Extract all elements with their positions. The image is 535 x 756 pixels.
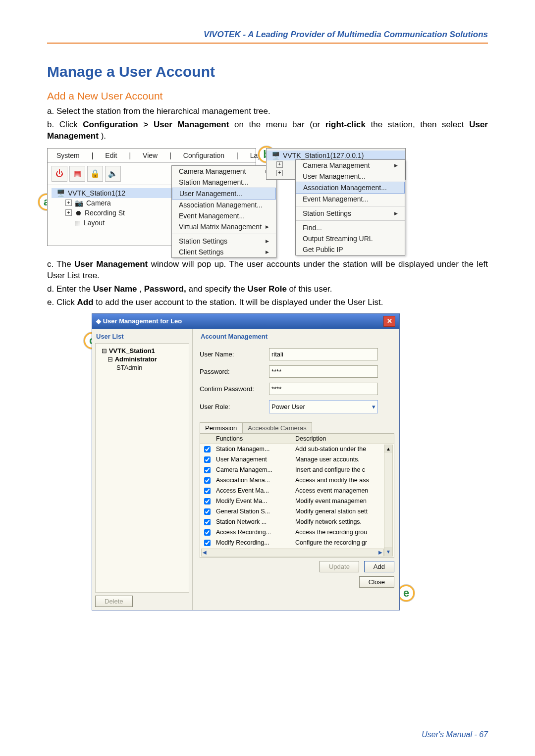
- permission-description: Add sub-station under the: [295, 446, 392, 453]
- permission-description: Modify network settings.: [295, 518, 392, 525]
- schedule-icon[interactable]: ▦: [69, 166, 85, 182]
- ctx-get-public-ip[interactable]: Get Public IP: [296, 244, 405, 255]
- step-b: b. Click Configuration > User Management…: [47, 119, 488, 142]
- permission-function: Station Network ...: [216, 518, 295, 525]
- horizontal-scrollbar[interactable]: ◀ ▶: [201, 549, 384, 556]
- camera-icon: 📷: [75, 199, 83, 207]
- user-list-tree: ⊟ VVTK_Station1 ⊟ Administrator STAdmin: [95, 343, 189, 593]
- scroll-down-icon[interactable]: ▼: [384, 548, 392, 556]
- menu-client-settings[interactable]: Client Settings: [172, 247, 276, 257]
- permission-function: User Management: [216, 456, 295, 463]
- permission-row: General Station S...Modify general stati…: [200, 506, 394, 517]
- ctx-event-management[interactable]: Event Management...: [296, 194, 405, 204]
- permission-row: Modify Recording...Configure the recordi…: [200, 538, 394, 548]
- page-footer: User's Manual - 67: [422, 730, 488, 739]
- tree-camera[interactable]: Camera: [86, 199, 111, 207]
- tree-row[interactable]: ⊟ Administrator: [99, 355, 186, 363]
- scroll-left-icon[interactable]: ◀: [203, 550, 207, 555]
- permission-checkbox[interactable]: [204, 540, 211, 546]
- ctx-user-management[interactable]: User Management...: [296, 171, 405, 182]
- permission-row: Station Network ...Modify network settin…: [200, 517, 394, 527]
- permission-row: Access Event Ma...Access event managemen: [200, 486, 394, 496]
- expand-icon[interactable]: +: [65, 209, 72, 216]
- menu-virtual-matrix[interactable]: Virtual Matrix Management: [172, 221, 276, 232]
- permission-function: Association Mana...: [216, 477, 295, 484]
- menu-user-management[interactable]: User Management...: [172, 188, 276, 200]
- recording-icon: ⏺: [75, 209, 82, 217]
- password-label: Password:: [200, 368, 264, 375]
- user-role-label: User Role:: [200, 403, 264, 410]
- permission-row: Association Mana...Access and modify the…: [200, 475, 394, 486]
- ctx-camera-management[interactable]: Camera Management: [296, 160, 405, 171]
- menu-station-management[interactable]: Station Management...: [172, 177, 276, 188]
- add-button[interactable]: Add: [364, 561, 394, 572]
- expand-icon[interactable]: +: [65, 200, 72, 206]
- page-title: Manage a User Account: [47, 63, 488, 80]
- update-button[interactable]: Update: [320, 561, 359, 572]
- menu-view[interactable]: View: [138, 151, 162, 160]
- permission-function: Modify Recording...: [216, 539, 295, 546]
- scroll-right-icon[interactable]: ▶: [378, 550, 382, 555]
- layout-icon: ▦: [74, 219, 81, 227]
- permission-function: Camera Managem...: [216, 466, 295, 473]
- user-role-select[interactable]: Power User ▾: [269, 400, 378, 413]
- permission-checkbox[interactable]: [204, 488, 211, 494]
- permission-function: Modify Event Ma...: [216, 498, 295, 504]
- tree-layout[interactable]: Layout: [84, 219, 105, 227]
- menu-system[interactable]: System: [52, 151, 85, 160]
- tree-row[interactable]: ⊟ VVTK_Station1: [99, 347, 186, 355]
- ctx-output-streaming[interactable]: Output Streaming URL: [296, 233, 405, 244]
- confirm-password-input[interactable]: [269, 383, 378, 395]
- close-icon[interactable]: ✕: [383, 316, 395, 327]
- power-icon[interactable]: ⏻: [52, 166, 67, 182]
- app-icon: ◆: [96, 317, 101, 325]
- tree-station[interactable]: VVTK_Station1(12: [68, 189, 125, 197]
- audio-icon[interactable]: 🔈: [105, 166, 121, 182]
- expand-icon[interactable]: +: [276, 161, 283, 168]
- dialog-title: User Management for Leo: [103, 317, 182, 325]
- ctx-station-settings[interactable]: Station Settings: [296, 208, 405, 219]
- menu-event-management[interactable]: Event Management...: [172, 210, 276, 221]
- menu-association-management[interactable]: Association Management...: [172, 200, 276, 210]
- permission-function: General Station S...: [216, 508, 295, 515]
- menu-camera-management[interactable]: Camera Management: [172, 166, 276, 177]
- permission-description: Modify general station sett: [295, 508, 392, 515]
- permission-description: Manage user accounts.: [295, 456, 392, 463]
- permission-checkbox[interactable]: [204, 467, 211, 473]
- ctx-top-node[interactable]: VVTK_Station1(127.0.0.1): [283, 151, 364, 159]
- user-management-dialog: ◆ User Management for Leo ✕ User List ⊟ …: [92, 313, 400, 610]
- permission-description: Modify event managemen: [295, 498, 392, 504]
- scroll-up-icon[interactable]: ▲: [384, 445, 392, 453]
- delete-button[interactable]: Delete: [95, 596, 133, 607]
- step-a: a. Select the station from the hierarchi…: [47, 106, 488, 117]
- tab-accessible-cameras[interactable]: Accessible Cameras: [242, 422, 312, 433]
- permission-checkbox[interactable]: [204, 508, 211, 515]
- step-d: d. Enter the User Name , Password, and s…: [47, 284, 488, 295]
- menu-configuration[interactable]: Configuration: [178, 151, 229, 160]
- step-c: c. The User Management window will pop u…: [47, 259, 488, 282]
- lock-icon[interactable]: 🔒: [87, 166, 103, 182]
- password-input[interactable]: [269, 365, 378, 378]
- chevron-down-icon: ▾: [372, 403, 375, 410]
- menu-station-settings[interactable]: Station Settings: [172, 236, 276, 247]
- permission-checkbox[interactable]: [204, 456, 211, 463]
- tab-permission[interactable]: Permission: [200, 422, 242, 433]
- username-input[interactable]: [269, 348, 378, 360]
- expand-icon[interactable]: +: [276, 170, 283, 176]
- permission-checkbox[interactable]: [204, 519, 211, 525]
- ctx-find[interactable]: Find...: [296, 222, 405, 233]
- ctx-association-management[interactable]: Association Management...: [296, 182, 405, 194]
- col-functions: Functions: [216, 435, 295, 442]
- permission-description: Insert and configure the c: [295, 466, 392, 473]
- permission-checkbox[interactable]: [204, 529, 211, 536]
- vertical-scrollbar[interactable]: ▲ ▼: [384, 445, 393, 556]
- monitor-icon: 🖥️: [271, 151, 280, 159]
- permission-checkbox[interactable]: [204, 446, 211, 453]
- close-button[interactable]: Close: [359, 576, 394, 588]
- permission-checkbox[interactable]: [204, 498, 211, 504]
- tree-recording[interactable]: Recording St: [85, 209, 125, 217]
- username-label: User Name:: [200, 351, 264, 358]
- menu-edit[interactable]: Edit: [100, 151, 122, 160]
- permission-checkbox[interactable]: [204, 477, 211, 484]
- tree-row[interactable]: STAdmin: [99, 363, 186, 372]
